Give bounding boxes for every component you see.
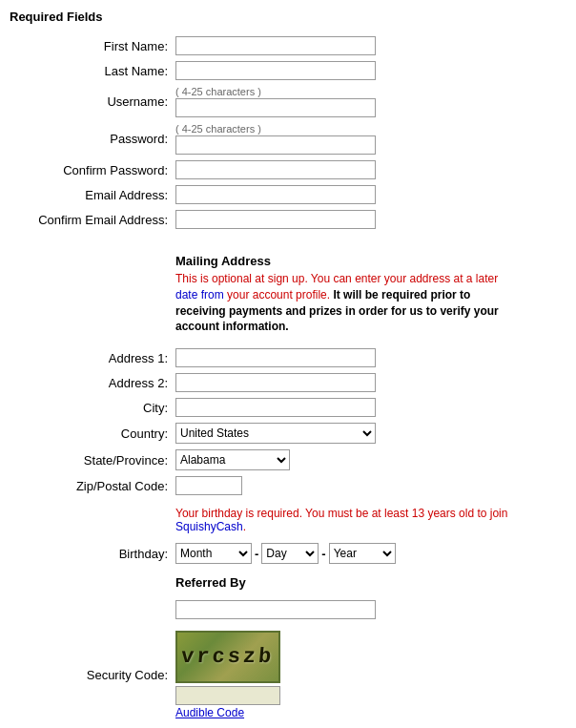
address1-row: Address 1: xyxy=(10,345,566,370)
email-label: Email Address: xyxy=(10,182,172,207)
state-row: State/Province: Alabama Alaska Arizona A… xyxy=(10,447,566,473)
referred-title-row: Referred By xyxy=(10,572,566,597)
referred-by-title: Referred By xyxy=(175,575,563,590)
mailing-note: This is optional at sign up. You can ent… xyxy=(175,271,519,335)
country-label: Country: xyxy=(10,420,172,447)
state-label: State/Province: xyxy=(10,447,172,473)
first-name-input[interactable] xyxy=(175,36,376,55)
audible-code-link[interactable]: Audible Code xyxy=(175,706,244,719)
year-select[interactable]: Year 2010200920082007 2006200520001995 1… xyxy=(329,543,396,564)
birthday-note-text: Your birthday is required. You must be a… xyxy=(175,507,507,520)
captcha-text: vrcszb xyxy=(180,645,275,669)
captcha-input[interactable] xyxy=(175,686,280,705)
password-hint: ( 4-25 characters ) xyxy=(175,123,563,135)
referred-empty-label xyxy=(10,572,172,597)
state-cell: Alabama Alaska Arizona Arkansas Californ… xyxy=(172,447,566,473)
first-name-cell xyxy=(172,33,566,58)
address2-label: Address 2: xyxy=(10,370,172,395)
birthday-note-end: . xyxy=(243,520,246,533)
last-name-row: Last Name: xyxy=(10,58,566,83)
mailing-note-cell: Mailing Address This is optional at sign… xyxy=(172,238,566,345)
mailing-header-row: Mailing Address This is optional at sign… xyxy=(10,238,566,345)
security-cell: vrcszb Audible Code xyxy=(172,628,566,722)
username-cell: ( 4-25 characters ) xyxy=(172,83,566,120)
required-fields-title: Required Fields xyxy=(10,10,566,24)
last-name-label: Last Name: xyxy=(10,58,172,83)
mailing-title: Mailing Address xyxy=(175,254,563,268)
registration-form: First Name: Last Name: Username: ( 4-25 … xyxy=(10,33,566,728)
referred-input-row xyxy=(10,597,566,622)
confirm-email-row: Confirm Email Address: xyxy=(10,207,566,232)
address2-cell xyxy=(172,370,566,395)
country-select[interactable]: United States Canada United Kingdom Aust… xyxy=(175,423,376,444)
birthday-label: Birthday: xyxy=(10,540,172,567)
birthday-note: Your birthday is required. You must be a… xyxy=(175,507,538,533)
state-select[interactable]: Alabama Alaska Arizona Arkansas Californ… xyxy=(175,449,290,470)
zip-cell xyxy=(172,473,566,498)
referred-input-cell xyxy=(172,597,566,622)
birthday-empty-label xyxy=(10,504,172,540)
confirm-email-cell xyxy=(172,207,566,232)
city-row: City: xyxy=(10,395,566,420)
address1-cell xyxy=(172,345,566,370)
birthday-note-cell: Your birthday is required. You must be a… xyxy=(172,504,566,540)
city-label: City: xyxy=(10,395,172,420)
birthday-dash-2: - xyxy=(321,547,325,561)
email-row: Email Address: xyxy=(10,182,566,207)
zip-row: Zip/Postal Code: xyxy=(10,473,566,498)
security-label: Security Code: xyxy=(10,628,172,722)
confirm-email-input[interactable] xyxy=(175,210,376,229)
referred-by-input[interactable] xyxy=(175,600,376,619)
password-input[interactable] xyxy=(175,135,376,155)
confirm-email-label: Confirm Email Address: xyxy=(10,207,172,232)
zip-label: Zip/Postal Code: xyxy=(10,473,172,498)
confirm-password-row: Confirm Password: xyxy=(10,157,566,182)
username-hint: ( 4-25 characters ) xyxy=(175,86,563,97)
username-input[interactable] xyxy=(175,98,376,117)
birthday-row: Your birthday is required. You must be a… xyxy=(10,504,566,540)
first-name-label: First Name: xyxy=(10,33,172,58)
confirm-password-label: Confirm Password: xyxy=(10,157,172,182)
zip-input[interactable] xyxy=(175,476,242,495)
country-cell: United States Canada United Kingdom Aust… xyxy=(172,420,566,447)
first-name-row: First Name: xyxy=(10,33,566,58)
security-row: Security Code: vrcszb Audible Code xyxy=(10,628,566,722)
address1-input[interactable] xyxy=(175,348,376,367)
spacer-5 xyxy=(10,722,566,728)
squishycash-link: SquishyCash xyxy=(175,520,243,533)
password-row: Password: ( 4-25 characters ) xyxy=(10,120,566,157)
birthday-dash-1: - xyxy=(255,547,258,561)
email-input[interactable] xyxy=(175,185,376,204)
day-select[interactable]: Day 12345 678910 1112131415 1617181920 2… xyxy=(261,543,319,564)
mailing-section: Mailing Address This is optional at sign… xyxy=(175,254,563,335)
address1-label: Address 1: xyxy=(10,345,172,370)
username-label: Username: xyxy=(10,83,172,120)
confirm-password-cell xyxy=(172,157,566,182)
country-row: Country: United States Canada United Kin… xyxy=(10,420,566,447)
required-fields-section: Required Fields First Name: Last Name: U… xyxy=(10,10,566,728)
username-row: Username: ( 4-25 characters ) xyxy=(10,83,566,120)
last-name-cell xyxy=(172,58,566,83)
mailing-empty-label xyxy=(10,238,172,345)
referred-title-cell: Referred By xyxy=(172,572,566,597)
referred-input-empty-label xyxy=(10,597,172,622)
password-label: Password: xyxy=(10,120,172,157)
password-cell: ( 4-25 characters ) xyxy=(172,120,566,157)
last-name-input[interactable] xyxy=(175,61,376,80)
address2-row: Address 2: xyxy=(10,370,566,395)
birthday-selects: Month January February March April May J… xyxy=(175,543,563,564)
confirm-password-input[interactable] xyxy=(175,160,376,179)
city-cell xyxy=(172,395,566,420)
email-cell xyxy=(172,182,566,207)
month-select[interactable]: Month January February March April May J… xyxy=(175,543,252,564)
captcha-image: vrcszb xyxy=(175,631,280,683)
city-input[interactable] xyxy=(175,398,376,417)
birthday-selects-cell: Month January February March April May J… xyxy=(172,540,566,567)
address2-input[interactable] xyxy=(175,373,376,392)
birthday-selects-row: Birthday: Month January February March A… xyxy=(10,540,566,567)
